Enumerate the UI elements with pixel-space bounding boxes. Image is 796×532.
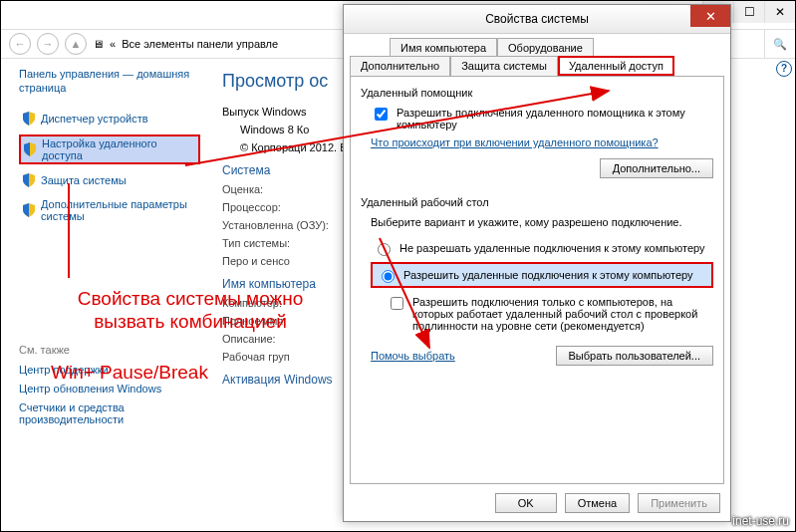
nla-label: Разрешить подключения только с компьютер…: [412, 296, 713, 332]
remote-assistance-advanced-button[interactable]: Дополнительно...: [600, 158, 713, 178]
tab-remote[interactable]: Удаленный доступ: [558, 56, 674, 76]
tab-strip: Имя компьютера Оборудование Дополнительн…: [344, 34, 730, 76]
nla-checkbox[interactable]: [391, 297, 403, 310]
sidebar-item-label: Дополнительные параметры системы: [41, 198, 196, 222]
shield-icon: [23, 203, 35, 217]
remote-assistance-help-link[interactable]: Что происходит при включении удаленного …: [371, 136, 659, 148]
allow-remote-assistance-checkbox[interactable]: [375, 108, 388, 121]
remote-assistance-heading: Удаленный помощник: [361, 87, 713, 99]
tab-hardware[interactable]: Оборудование: [497, 38, 594, 57]
dialog-title: Свойства системы ✕: [344, 5, 730, 34]
ram-label: Установленна (ОЗУ):: [222, 219, 352, 231]
close-button[interactable]: ✕: [764, 1, 795, 23]
rating-label: Оценка:: [222, 183, 352, 195]
remote-desktop-heading: Удаленный рабочий стол: [361, 196, 713, 208]
sidebar-item-remote-settings[interactable]: Настройка удаленного доступа: [19, 134, 200, 164]
tab-computer-name[interactable]: Имя компьютера: [390, 38, 497, 57]
dialog-body: Удаленный помощник Разрешить подключения…: [350, 76, 724, 484]
help-choose-link[interactable]: Помочь выбрать: [371, 350, 455, 362]
desc-label: Описание:: [222, 333, 352, 345]
ok-button[interactable]: OK: [495, 493, 557, 513]
sidebar-item-system-protection[interactable]: Защита системы: [19, 171, 200, 189]
radio-allow-remote[interactable]: [382, 270, 395, 283]
search-icon[interactable]: 🔍: [764, 29, 795, 59]
sidebar-item-label: Диспетчер устройств: [41, 113, 148, 125]
back-button[interactable]: ←: [9, 33, 31, 55]
workgroup-label: Рабочая груп: [222, 351, 352, 363]
system-properties-dialog: Свойства системы ✕ Имя компьютера Оборуд…: [343, 4, 731, 522]
forward-button[interactable]: →: [37, 33, 59, 55]
apply-button[interactable]: Применить: [638, 493, 720, 513]
up-button[interactable]: ▲: [65, 33, 87, 55]
allow-remote-assistance-label: Разрешить подключения удаленного помощни…: [397, 107, 713, 131]
radio-no-remote-label: Не разрешать удаленные подключения к это…: [399, 242, 705, 254]
radio-allow-remote-label: Разрешить удаленные подключения к этому …: [403, 269, 693, 281]
sidebar-item-label: Настройка удаленного доступа: [42, 137, 195, 161]
annotation-text-2: Win+ Pause/Break: [51, 362, 208, 385]
link-performance[interactable]: Счетчики и средства производительности: [19, 401, 200, 425]
watermark: inet-use.ru: [732, 514, 789, 528]
shield-icon: [24, 142, 36, 156]
tab-protection[interactable]: Защита системы: [450, 56, 558, 76]
dialog-close-button[interactable]: ✕: [690, 5, 730, 27]
breadcrumb-icon: 🖥: [93, 38, 104, 50]
sidebar-item-advanced[interactable]: Дополнительные параметры системы: [19, 196, 200, 224]
annotation-text-1: Свойства системы можно вызвать комбинаци…: [51, 288, 330, 334]
radio-no-remote[interactable]: [378, 243, 391, 256]
shield-icon: [23, 173, 35, 187]
remote-desktop-text: Выберите вариант и укажите, кому разреше…: [371, 216, 713, 228]
shield-icon: [23, 112, 35, 126]
type-label: Тип системы:: [222, 237, 352, 249]
pen-label: Перо и сенсо: [222, 255, 352, 267]
see-also-heading: См. также: [19, 344, 200, 356]
sidebar-home-link[interactable]: Панель управления — домашняя страница: [19, 67, 200, 96]
cpu-label: Процессор:: [222, 201, 352, 213]
tab-advanced[interactable]: Дополнительно: [350, 56, 450, 76]
maximize-button[interactable]: ☐: [733, 1, 764, 23]
sidebar-item-device-manager[interactable]: Диспетчер устройств: [19, 110, 200, 128]
select-users-button[interactable]: Выбрать пользователей...: [556, 346, 714, 366]
cancel-button[interactable]: Отмена: [565, 493, 630, 513]
sidebar-item-label: Защита системы: [41, 174, 127, 186]
